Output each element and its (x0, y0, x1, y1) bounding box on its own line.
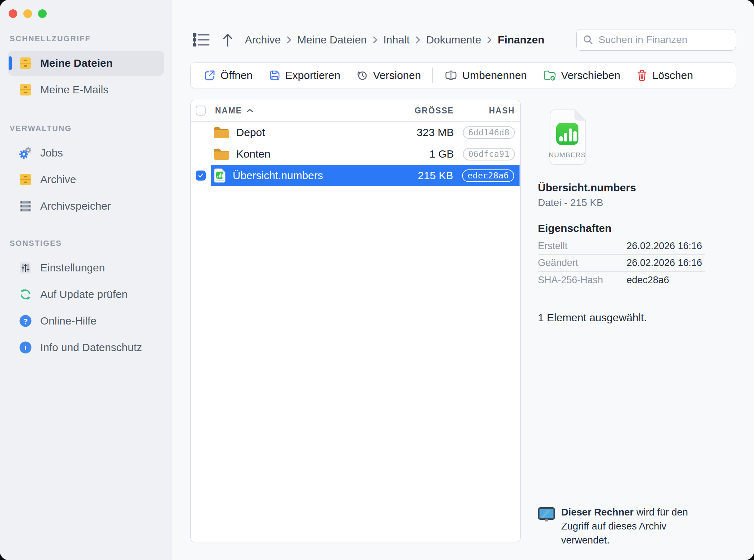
properties-title: Eigenschaften (538, 222, 736, 234)
sidebar-item-label: Meine E-Mails (40, 84, 108, 96)
monitor-icon (538, 507, 555, 547)
footnote-bold: Dieser Rechner (561, 507, 634, 518)
search-icon (582, 34, 594, 46)
properties-table: Erstellt 26.02.2026 16:16 Geändert 26.02… (538, 238, 705, 289)
sidebar-item-hilfe[interactable]: ? Online-Hilfe (8, 308, 164, 333)
cabinet-icon (19, 173, 32, 186)
file-size: 1 GB (429, 148, 454, 160)
minimize-window-button[interactable] (23, 9, 32, 18)
table-row-selected[interactable]: NUMBERS Übersicht.numbers 215 KB edec28a… (191, 165, 520, 186)
sidebar-item-archive[interactable]: Archive (8, 167, 164, 192)
sidebar-item-info[interactable]: i Info und Datenschutz (8, 335, 164, 360)
chevron-right-icon (372, 36, 378, 44)
svg-text:NUMBERS: NUMBERS (549, 151, 586, 159)
svg-text:?: ? (23, 317, 28, 325)
property-value: 26.02.2026 16:16 (627, 257, 702, 269)
hash-badge: 06dfca91 (463, 148, 515, 160)
search-input[interactable] (599, 34, 730, 46)
file-name: Übersicht.numbers (233, 169, 323, 182)
open-button[interactable]: Öffnen (196, 63, 261, 88)
property-row: Erstellt 26.02.2026 16:16 (538, 238, 705, 255)
property-label: Geändert (538, 257, 627, 269)
save-icon (269, 69, 281, 81)
cabinet-icon (19, 56, 32, 70)
breadcrumb-item[interactable]: Inhalt (383, 34, 410, 46)
move-button[interactable]: Verschieben (535, 63, 628, 88)
button-label: Öffnen (220, 69, 253, 81)
breadcrumb-current: Finanzen (498, 34, 544, 46)
detail-file-meta: Datei - 215 KB (538, 197, 736, 209)
sidebar-item-meine-dateien[interactable]: Meine Dateien (8, 51, 164, 76)
zoom-window-button[interactable] (38, 9, 47, 18)
breadcrumb: Archive Meine Dateien Inhalt Dokumente F… (245, 34, 544, 46)
open-external-icon (204, 69, 216, 81)
button-label: Umbenennen (462, 69, 527, 81)
column-label: NAME (215, 106, 242, 116)
column-header-name[interactable]: NAME (215, 106, 253, 116)
sidebar-section-schnellzugriff: SCHNELLZUGRIFF (10, 34, 172, 43)
file-size: 215 KB (418, 169, 453, 182)
table-row[interactable]: Konten 1 GB 06dfca91 (191, 143, 520, 165)
refresh-icon (19, 288, 32, 301)
hash-badge: edec28a6 (462, 169, 514, 182)
sidebar-item-label: Auf Update prüfen (40, 288, 128, 300)
sidebar-item-label: Online-Hilfe (40, 315, 97, 327)
table-row[interactable]: Depot 323 MB 6dd146d8 (191, 122, 520, 143)
selection-status: 1 Element ausgewählt. (538, 312, 736, 324)
versions-button[interactable]: Versionen (348, 63, 429, 88)
file-name: Depot (236, 126, 265, 139)
chevron-right-icon (286, 36, 292, 44)
property-label: SHA-256-Hash (538, 275, 627, 286)
topbar: Archive Meine Dateien Inhalt Dokumente F… (190, 29, 736, 51)
sidebar: SCHNELLZUGRIFF Meine Dateien Meine E-Mai… (0, 0, 172, 560)
numbers-file-icon-large: NUMBERS (546, 108, 736, 167)
window-controls (9, 9, 47, 18)
toolbar: Öffnen Exportieren Versionen Umbenennen (190, 62, 736, 88)
file-size: 323 MB (417, 126, 454, 139)
svg-text:i: i (24, 344, 27, 351)
sidebar-item-archivspeicher[interactable]: Archivspeicher (8, 193, 164, 219)
rename-icon (445, 70, 457, 81)
close-window-button[interactable] (9, 9, 17, 18)
sliders-icon (19, 261, 32, 275)
question-icon: ? (19, 314, 32, 328)
sidebar-item-label: Info und Datenschutz (40, 341, 142, 354)
column-header-size[interactable]: GRÖSSE (415, 106, 454, 116)
footnote: Dieser Rechner wird für den Zugriff auf … (538, 505, 714, 547)
rename-button[interactable]: Umbenennen (437, 63, 535, 88)
main-area: Archive Meine Dateien Inhalt Dokumente F… (172, 0, 754, 560)
sidebar-item-jobs[interactable]: Jobs (8, 140, 164, 165)
sidebar-item-label: Archive (40, 173, 76, 186)
search-box (576, 29, 736, 51)
breadcrumb-item[interactable]: Dokumente (426, 34, 481, 46)
export-button[interactable]: Exportieren (261, 63, 348, 88)
trash-icon (636, 69, 648, 82)
server-stack-icon (19, 199, 32, 213)
breadcrumb-item[interactable]: Archive (245, 34, 281, 46)
file-table: NAME GRÖSSE HASH Depot 323 MB 6dd146d8 (190, 100, 521, 542)
breadcrumb-item[interactable]: Meine Dateien (297, 34, 367, 46)
sidebar-item-label: Jobs (40, 147, 63, 159)
history-icon (356, 69, 368, 81)
toolbar-divider (432, 67, 433, 83)
property-value: edec28a6 (627, 275, 669, 286)
up-arrow-icon[interactable] (221, 32, 234, 48)
select-all-checkbox[interactable] (196, 106, 206, 116)
sort-ascending-icon (246, 108, 253, 113)
detail-file-name: Übersicht.numbers (538, 182, 736, 194)
sidebar-item-einstellungen[interactable]: Einstellungen (8, 255, 164, 280)
column-header-hash[interactable]: HASH (454, 106, 515, 116)
hash-badge: 6dd146d8 (463, 126, 515, 139)
sidebar-item-update[interactable]: Auf Update prüfen (8, 282, 164, 307)
info-icon: i (19, 341, 32, 354)
chevron-right-icon (415, 36, 421, 44)
sidebar-item-label: Einstellungen (40, 262, 105, 274)
property-row: Geändert 26.02.2026 16:16 (538, 255, 705, 272)
tree-view-icon[interactable] (190, 31, 211, 48)
sidebar-item-meine-emails[interactable]: Meine E-Mails (8, 77, 164, 102)
app-window: SCHNELLZUGRIFF Meine Dateien Meine E-Mai… (0, 0, 754, 560)
row-checkbox[interactable] (196, 171, 206, 181)
delete-button[interactable]: Löschen (628, 63, 701, 88)
button-label: Löschen (652, 69, 693, 81)
sidebar-item-label: Archivspeicher (40, 200, 111, 212)
